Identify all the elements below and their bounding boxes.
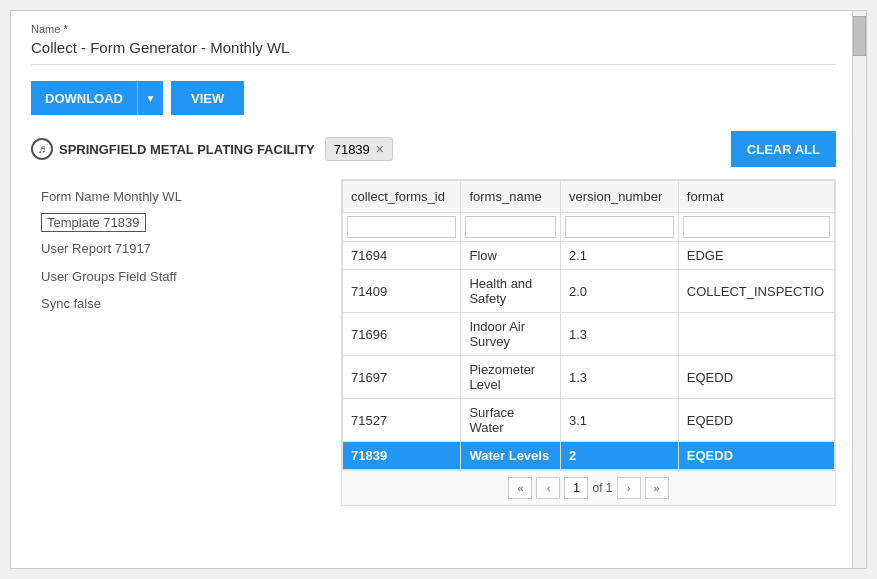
sidebar: Form Name Monthly WL Template 71839 User… <box>31 179 341 506</box>
table-header-row: collect_forms_id forms_name version_numb… <box>343 181 835 213</box>
table-cell-version_number: 1.3 <box>561 356 679 399</box>
col-header-name: forms_name <box>461 181 561 213</box>
table-cell-collect_forms_id: 71697 <box>343 356 461 399</box>
filter-id-input[interactable] <box>347 216 456 238</box>
col-header-id: collect_forms_id <box>343 181 461 213</box>
download-button[interactable]: DOWNLOAD ▼ <box>31 81 163 115</box>
filter-name-input[interactable] <box>465 216 556 238</box>
facility-icon: ♬ <box>31 138 53 160</box>
page-next-button[interactable]: › <box>617 477 641 499</box>
scrollbar-thumb[interactable] <box>853 16 866 56</box>
table-cell-format: EQEDD <box>678 356 834 399</box>
table-row[interactable]: 71694Flow2.1EDGE <box>343 242 835 270</box>
data-table: collect_forms_id forms_name version_numb… <box>342 180 835 470</box>
facility-name: SPRINGFIELD METAL PLATING FACILITY <box>59 142 315 157</box>
table-row[interactable]: 71696Indoor Air Survey1.3 <box>343 313 835 356</box>
name-label: Name * <box>31 23 836 35</box>
table-filter-row <box>343 213 835 242</box>
table-row[interactable]: 71527Surface Water3.1EQEDD <box>343 399 835 442</box>
sidebar-user-report: User Report 71917 <box>31 235 341 262</box>
table-cell-format: EQEDD <box>678 399 834 442</box>
table-cell-forms_name: Surface Water <box>461 399 561 442</box>
filter-tag: 71839 × <box>325 137 393 161</box>
filter-format-input[interactable] <box>683 216 830 238</box>
page-total: of 1 <box>592 481 612 495</box>
table-row[interactable]: 71409Health and Safety2.0COLLECT_INSPECT… <box>343 270 835 313</box>
download-arrow-icon[interactable]: ▼ <box>137 81 163 115</box>
table-cell-version_number: 2.0 <box>561 270 679 313</box>
filter-row: ♬ SPRINGFIELD METAL PLATING FACILITY 718… <box>31 131 836 167</box>
sidebar-form-name: Form Name Monthly WL <box>31 183 341 210</box>
main-area: Form Name Monthly WL Template 71839 User… <box>31 179 836 506</box>
table-cell-collect_forms_id: 71694 <box>343 242 461 270</box>
table-cell-format: COLLECT_INSPECTIO <box>678 270 834 313</box>
col-header-version: version_number <box>561 181 679 213</box>
col-header-format: format <box>678 181 834 213</box>
content-area: Name * Collect - Form Generator - Monthl… <box>11 11 866 568</box>
form-name-value: Collect - Form Generator - Monthly WL <box>31 39 836 65</box>
filter-version-input[interactable] <box>565 216 674 238</box>
table-cell-collect_forms_id: 71527 <box>343 399 461 442</box>
table-cell-version_number: 3.1 <box>561 399 679 442</box>
page-current: 1 <box>564 477 588 499</box>
table-cell-version_number: 2.1 <box>561 242 679 270</box>
table-cell-format <box>678 313 834 356</box>
table-row[interactable]: 71697Piezometer Level1.3EQEDD <box>343 356 835 399</box>
scrollbar[interactable] <box>852 11 866 568</box>
view-button[interactable]: VIEW <box>171 81 244 115</box>
table-cell-forms_name: Health and Safety <box>461 270 561 313</box>
tag-value: 71839 <box>334 142 370 157</box>
main-window: Name * Collect - Form Generator - Monthl… <box>10 10 867 569</box>
clear-all-button[interactable]: CLEAR ALL <box>731 131 836 167</box>
sidebar-user-groups: User Groups Field Staff <box>31 263 341 290</box>
sidebar-template: Template 71839 <box>31 212 341 233</box>
pagination: « ‹ 1 of 1 › » <box>342 470 835 505</box>
table-cell-version_number: 1.3 <box>561 313 679 356</box>
page-prev-button[interactable]: ‹ <box>536 477 560 499</box>
table-cell-forms_name: Indoor Air Survey <box>461 313 561 356</box>
table-cell-forms_name: Flow <box>461 242 561 270</box>
facility-badge: ♬ SPRINGFIELD METAL PLATING FACILITY <box>31 138 315 160</box>
table-cell-collect_forms_id: 71696 <box>343 313 461 356</box>
table-cell-forms_name: Water Levels <box>461 442 561 470</box>
download-label: DOWNLOAD <box>31 81 137 115</box>
table-area: collect_forms_id forms_name version_numb… <box>341 179 836 506</box>
sidebar-sync: Sync false <box>31 290 341 317</box>
page-first-button[interactable]: « <box>508 477 532 499</box>
tag-close-icon[interactable]: × <box>376 141 384 157</box>
table-body: 71694Flow2.1EDGE71409Health and Safety2.… <box>343 242 835 470</box>
table-cell-collect_forms_id: 71839 <box>343 442 461 470</box>
table-cell-forms_name: Piezometer Level <box>461 356 561 399</box>
toolbar: DOWNLOAD ▼ VIEW <box>31 81 836 115</box>
page-last-button[interactable]: » <box>645 477 669 499</box>
table-row[interactable]: 71839Water Levels2EQEDD <box>343 442 835 470</box>
table-cell-format: EQEDD <box>678 442 834 470</box>
table-cell-version_number: 2 <box>561 442 679 470</box>
table-cell-format: EDGE <box>678 242 834 270</box>
table-cell-collect_forms_id: 71409 <box>343 270 461 313</box>
